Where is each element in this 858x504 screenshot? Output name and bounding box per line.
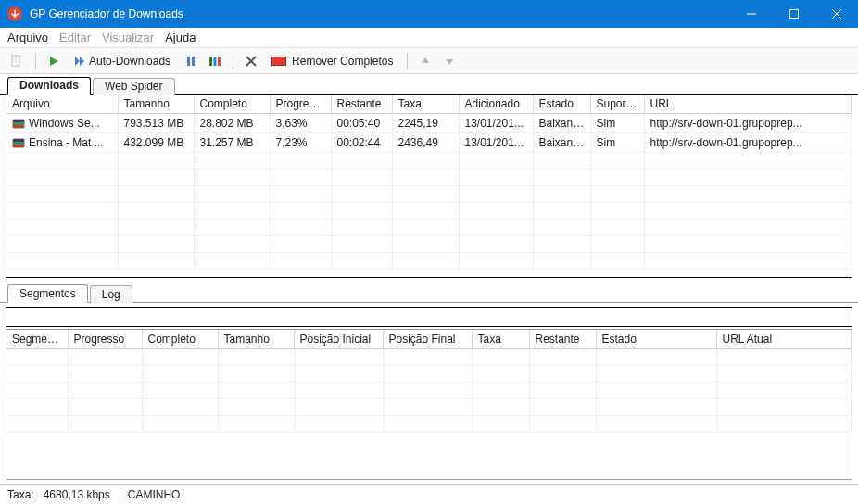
table-row[interactable] (6, 416, 852, 433)
tab-segmentos[interactable]: Segmentos (7, 284, 88, 303)
cell-taxa: 2245,19 (392, 114, 459, 133)
col-restante[interactable]: Restante (331, 94, 392, 114)
col-url[interactable]: URL (644, 94, 852, 114)
menubar: Arquivo Editar Visualizar Ajuda (0, 28, 858, 48)
table-row[interactable] (6, 203, 852, 220)
maximize-button[interactable] (773, 0, 815, 28)
svg-marker-19 (446, 59, 453, 65)
status-taxa-value: 4680,13 kbps (44, 488, 120, 501)
window-title: GP Gerenciador de Downloads (30, 7, 730, 20)
delete-button[interactable] (241, 51, 261, 71)
table-row[interactable] (6, 153, 852, 170)
toolbar-separator (233, 53, 233, 69)
menu-visualizar[interactable]: Visualizar (102, 31, 154, 44)
table-row[interactable]: Windows Se...793.513 MB28.802 MB3,63%00:… (6, 114, 852, 133)
menu-ajuda[interactable]: Ajuda (165, 31, 196, 44)
remove-completed-button[interactable]: Remover Completos (265, 51, 399, 71)
table-row[interactable]: Ensina - Mat ...432.099 MB31.257 MB7,23%… (6, 133, 852, 153)
col-estado[interactable]: Estado (533, 94, 590, 114)
scol-pos-ini[interactable]: Posição Inicial (294, 330, 383, 349)
svg-rect-23 (13, 125, 24, 128)
cell-progresso: 7,23% (270, 133, 331, 153)
scol-segmento[interactable]: Segmento (6, 330, 68, 349)
columns-button[interactable] (205, 51, 225, 71)
svg-marker-18 (422, 57, 429, 63)
tab-log[interactable]: Log (90, 285, 132, 303)
cell-tamanho: 432.099 MB (118, 133, 194, 153)
tab-web-spider[interactable]: Web Spider (93, 78, 174, 94)
cell-completo: 28.802 MB (194, 114, 270, 133)
scol-url-atual[interactable]: URL Atual (716, 330, 852, 349)
scol-completo[interactable]: Completo (142, 330, 218, 349)
table-row[interactable] (6, 236, 852, 253)
cell-taxa: 2436,49 (392, 133, 459, 153)
remove-completed-label: Remover Completos (292, 55, 393, 68)
scol-progresso[interactable]: Progresso (68, 330, 142, 349)
auto-downloads-button[interactable]: Auto-Downloads (68, 51, 177, 71)
svg-rect-11 (187, 57, 190, 66)
scol-restante[interactable]: Restante (529, 330, 596, 349)
menu-arquivo[interactable]: Arquivo (7, 31, 48, 44)
menu-editar[interactable]: Editar (59, 31, 91, 44)
svg-rect-13 (209, 57, 212, 66)
pause-button[interactable] (181, 51, 201, 71)
segments-grid[interactable]: Segmento Progresso Completo Tamanho Posi… (6, 329, 852, 480)
remove-icon (271, 57, 286, 66)
col-taxa[interactable]: Taxa (392, 94, 459, 114)
minimize-button[interactable] (730, 0, 773, 28)
col-adicionado[interactable]: Adicionado (459, 94, 533, 114)
table-row[interactable] (6, 349, 852, 366)
scol-estado[interactable]: Estado (596, 330, 716, 349)
svg-rect-26 (13, 142, 24, 145)
statusbar: Taxa: 4680,13 kbps CAMINHO (0, 484, 858, 504)
table-row[interactable] (6, 366, 852, 383)
downloads-grid[interactable]: Arquivo Tamanho Completo Progresso Resta… (6, 94, 852, 278)
move-down-button[interactable] (439, 51, 460, 71)
bottom-tabrow: Segmentos Log (0, 284, 858, 303)
toolbar-separator (35, 53, 36, 69)
svg-rect-14 (214, 57, 217, 66)
cell-restante: 00:05:40 (331, 114, 392, 133)
status-divider (120, 488, 120, 501)
table-row[interactable] (6, 253, 852, 270)
table-row[interactable] (6, 383, 852, 399)
svg-rect-27 (13, 145, 24, 147)
cell-adicionado: 13/01/201... (459, 133, 533, 153)
top-tabrow: Downloads Web Spider (0, 76, 858, 94)
scol-taxa[interactable]: Taxa (472, 330, 529, 349)
new-download-button[interactable] (6, 51, 28, 71)
cell-url: http://srv-down-01.grupoprep... (644, 133, 852, 153)
col-progresso[interactable]: Progresso (270, 94, 331, 114)
start-button[interactable] (44, 51, 64, 71)
col-tamanho[interactable]: Tamanho (118, 94, 194, 114)
cell-arquivo: Ensina - Mat ... (29, 136, 104, 149)
move-up-button[interactable] (415, 51, 435, 71)
cell-suporta: Sim (590, 114, 644, 133)
titlebar: GP Gerenciador de Downloads (0, 0, 858, 28)
svg-marker-9 (75, 57, 80, 66)
cell-tamanho: 793.513 MB (118, 114, 194, 133)
segment-progress-bar (6, 307, 852, 327)
svg-rect-25 (13, 139, 24, 142)
close-button[interactable] (815, 0, 858, 28)
cell-estado: Baixando (533, 133, 590, 153)
tab-downloads[interactable]: Downloads (7, 77, 91, 94)
svg-rect-21 (13, 120, 24, 122)
col-completo[interactable]: Completo (194, 94, 270, 114)
svg-marker-10 (80, 57, 84, 66)
cell-completo: 31.257 MB (194, 133, 270, 153)
col-arquivo[interactable]: Arquivo (6, 94, 118, 114)
cell-url: http://srv-down-01.grupoprep... (644, 114, 852, 133)
table-row[interactable] (6, 399, 852, 416)
scol-pos-fim[interactable]: Posição Final (383, 330, 472, 349)
downloads-header-row[interactable]: Arquivo Tamanho Completo Progresso Resta… (6, 94, 852, 114)
scol-tamanho[interactable]: Tamanho (218, 330, 294, 349)
svg-rect-15 (218, 57, 221, 66)
segments-header-row[interactable]: Segmento Progresso Completo Tamanho Posi… (6, 330, 852, 349)
col-suporta[interactable]: Suport... (590, 94, 644, 114)
cell-estado: Baixando (533, 114, 590, 133)
table-row[interactable] (6, 186, 852, 203)
table-row[interactable] (6, 170, 852, 186)
table-row[interactable] (6, 220, 852, 236)
svg-rect-1 (790, 10, 799, 19)
